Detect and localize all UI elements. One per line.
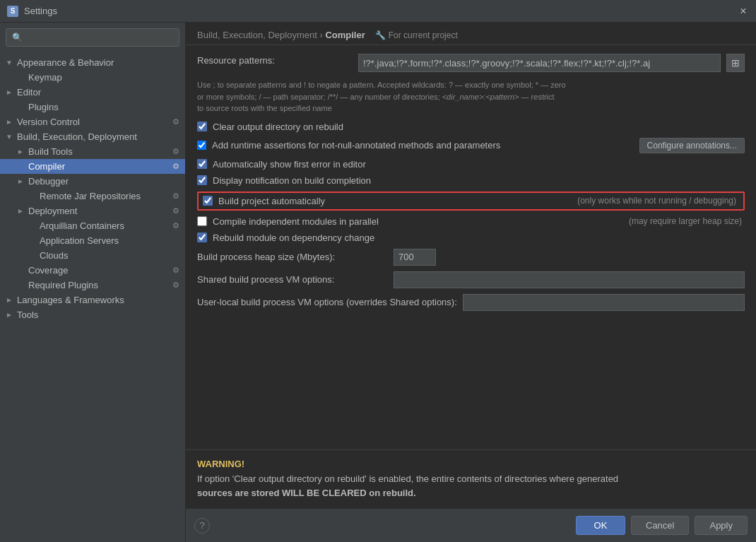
rebuild-dependency-checkbox[interactable] <box>197 232 207 242</box>
sidebar-item-label: Build Tools <box>28 146 73 157</box>
arrow-icon: ► <box>17 148 25 155</box>
show-first-error-row: Automatically show first error in editor <box>197 159 745 170</box>
rebuild-dependency-row: Rebuild module on dependency change <box>197 232 745 243</box>
sidebar-item-label: Compiler <box>28 161 65 172</box>
sidebar-item-label: Application Servers <box>40 235 119 246</box>
help-button[interactable]: ? <box>194 518 210 534</box>
build-automatically-hint: (only works while not running / debuggin… <box>577 196 739 206</box>
warning-section: WARNING! If option 'Clear output directo… <box>186 449 756 508</box>
hint-text: Use ; to separate patterns and ! to nega… <box>197 79 745 114</box>
resource-patterns-label: Resource patterns: <box>197 54 353 66</box>
arrow-icon: ► <box>17 207 25 215</box>
main-container: 🔍 ▼ Appearance & Behavior Keymap ► Edito… <box>0 23 756 542</box>
content-body: Resource patterns: ⊞ Use ; to separate p… <box>186 45 756 449</box>
user-local-vm-options-input[interactable] <box>463 294 745 311</box>
notification-build-checkbox[interactable] <box>197 175 207 185</box>
sidebar-item-coverage[interactable]: Coverage ⚙ <box>0 263 185 278</box>
build-automatically-checkbox[interactable] <box>203 196 213 206</box>
compile-parallel-hint: (may require larger heap size) <box>629 216 745 226</box>
arrow-icon: ► <box>6 311 14 319</box>
sidebar-item-languages[interactable]: ► Languages & Frameworks <box>0 293 185 307</box>
resource-patterns-expand-button[interactable]: ⊞ <box>726 54 745 72</box>
sidebar: 🔍 ▼ Appearance & Behavior Keymap ► Edito… <box>0 23 186 542</box>
settings-icon: ⚙ <box>172 206 179 216</box>
arrow-icon: ▼ <box>6 133 14 141</box>
arrow-icon: ► <box>17 177 25 185</box>
sidebar-item-keymap[interactable]: Keymap <box>0 70 185 85</box>
sidebar-item-remote-jar[interactable]: Remote Jar Repositories ⚙ <box>0 189 185 204</box>
sidebar-item-label: Debugger <box>28 176 69 187</box>
shared-vm-options-row: Shared build process VM options: <box>197 271 745 288</box>
bottom-buttons: OK Cancel Apply <box>576 516 748 535</box>
arrow-icon <box>17 266 25 274</box>
app-icon: S <box>7 6 18 17</box>
show-first-error-checkbox[interactable] <box>197 159 207 169</box>
sidebar-item-label: Keymap <box>28 72 62 83</box>
sidebar-item-appearance[interactable]: ▼ Appearance & Behavior <box>0 55 185 70</box>
arrow-icon <box>28 192 37 200</box>
runtime-assertions-checkbox[interactable] <box>197 141 206 150</box>
heap-size-row: Build process heap size (Mbytes): <box>197 249 745 266</box>
cancel-button[interactable]: Cancel <box>631 516 689 535</box>
apply-button[interactable]: Apply <box>695 516 748 535</box>
sidebar-item-build-execution[interactable]: ▼ Build, Execution, Deployment <box>0 129 185 144</box>
compile-parallel-checkbox[interactable] <box>197 216 207 226</box>
search-icon: 🔍 <box>12 33 23 42</box>
search-box[interactable]: 🔍 <box>6 28 179 47</box>
sidebar-item-plugins[interactable]: Plugins <box>0 100 185 114</box>
settings-icon: ⚙ <box>172 162 179 171</box>
configure-annotations-button[interactable]: Configure annotations... <box>639 138 745 153</box>
resource-patterns-input[interactable] <box>358 54 721 72</box>
runtime-assertions-checkbox-area: Add runtime assertions for not-null-anno… <box>197 140 634 151</box>
resource-patterns-row: Resource patterns: ⊞ <box>197 54 745 72</box>
arrow-icon: ► <box>6 296 14 304</box>
heap-size-input[interactable] <box>394 249 436 266</box>
runtime-assertions-row: Add runtime assertions for not-null-anno… <box>197 138 745 153</box>
sidebar-item-label: Deployment <box>28 206 77 216</box>
bottom-bar: ? OK Cancel Apply <box>186 508 756 542</box>
project-badge: 🔧 For current project <box>375 30 458 40</box>
sidebar-item-tools[interactable]: ► Tools <box>0 307 185 322</box>
content-area: Build, Execution, Deployment › Compiler … <box>186 23 756 542</box>
clear-output-checkbox[interactable] <box>197 122 207 131</box>
sidebar-item-label: Clouds <box>40 250 68 261</box>
sidebar-item-version-control[interactable]: ► Version Control ⚙ <box>0 114 185 129</box>
user-local-vm-options-label: User-local build process VM options (ove… <box>197 297 457 307</box>
arrow-icon: ► <box>6 88 14 96</box>
arrow-icon <box>28 252 37 259</box>
shared-vm-options-label: Shared build process VM options: <box>197 274 388 285</box>
sidebar-item-label: Coverage <box>28 265 68 276</box>
sidebar-item-label: Appearance & Behavior <box>17 57 114 68</box>
show-first-error-label: Automatically show first error in editor <box>213 159 366 170</box>
clear-output-label: Clear output directory on rebuild <box>213 122 343 132</box>
settings-icon: ⚙ <box>172 266 179 275</box>
project-badge-icon: 🔧 <box>375 30 386 40</box>
shared-vm-options-input[interactable] <box>394 271 745 288</box>
sidebar-item-label: Remote Jar Repositories <box>40 191 141 201</box>
settings-icon: ⚙ <box>172 147 179 156</box>
settings-icon: ⚙ <box>172 281 179 290</box>
sidebar-item-clouds[interactable]: Clouds <box>0 248 185 263</box>
arrow-icon <box>17 163 25 170</box>
settings-icon: ⚙ <box>172 221 179 230</box>
sidebar-item-compiler[interactable]: Compiler ⚙ <box>0 159 185 174</box>
sidebar-item-build-tools[interactable]: ► Build Tools ⚙ <box>0 144 185 159</box>
sidebar-item-label: Plugins <box>28 102 59 112</box>
sidebar-item-app-servers[interactable]: Application Servers <box>0 233 185 248</box>
close-button[interactable]: × <box>738 6 749 17</box>
sidebar-tree: ▼ Appearance & Behavior Keymap ► Editor … <box>0 52 185 542</box>
arrow-icon: ► <box>6 118 14 126</box>
ok-button[interactable]: OK <box>576 516 625 535</box>
heap-size-label: Build process heap size (Mbytes): <box>197 252 388 262</box>
user-local-vm-options-row: User-local build process VM options (ove… <box>197 294 745 311</box>
arrow-icon <box>17 103 25 111</box>
sidebar-item-arquillian[interactable]: Arquillian Containers ⚙ <box>0 218 185 233</box>
notification-build-row: Display notification on build completion <box>197 175 745 186</box>
sidebar-item-editor[interactable]: ► Editor <box>0 85 185 100</box>
search-input[interactable] <box>27 33 173 43</box>
arrow-icon <box>28 237 37 245</box>
sidebar-item-debugger[interactable]: ► Debugger <box>0 174 185 189</box>
sidebar-item-required-plugins[interactable]: Required Plugins ⚙ <box>0 278 185 293</box>
build-automatically-row: Build project automatically (only works … <box>197 192 745 211</box>
sidebar-item-deployment[interactable]: ► Deployment ⚙ <box>0 204 185 218</box>
